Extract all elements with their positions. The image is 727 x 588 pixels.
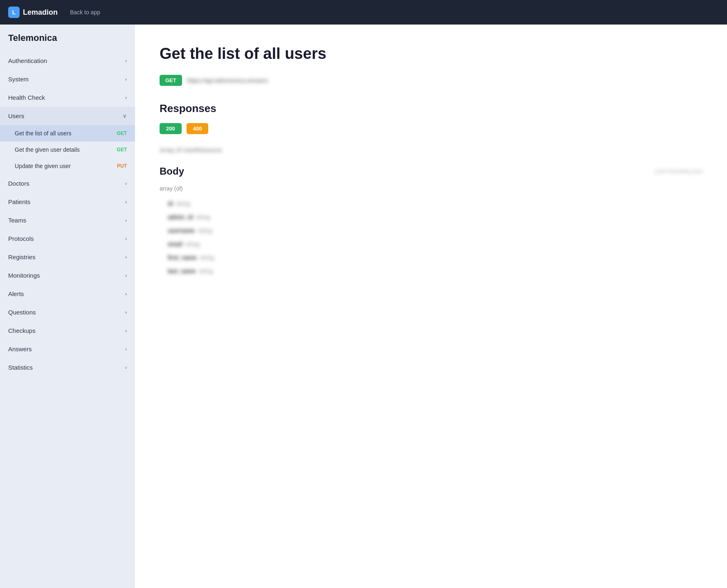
sidebar-item-answers[interactable]: Answers ›: [0, 340, 135, 358]
body-field-id: id string: [160, 198, 702, 209]
sidebar-item-label: Authentication: [8, 57, 47, 64]
sidebar-item-health-check[interactable]: Health Check ›: [0, 88, 135, 107]
body-type-label: array (of): [160, 185, 702, 192]
sub-item-label: Get the given user details: [15, 146, 80, 153]
body-field-email: email string: [160, 238, 702, 250]
brand-icon: L: [8, 7, 20, 18]
sidebar-sub-item-get-all-users[interactable]: Get the list of all users GET: [0, 125, 135, 141]
chevron-right-icon: ›: [125, 180, 127, 186]
method-badge-get: GET: [117, 130, 127, 136]
chevron-right-icon: ›: [125, 346, 127, 352]
sidebar-item-checkups[interactable]: Checkups ›: [0, 321, 135, 340]
response-code-200[interactable]: 200: [160, 123, 182, 134]
chevron-right-icon: ›: [125, 58, 127, 64]
body-field-last-name: last_name string: [160, 265, 702, 277]
sidebar-sub-item-get-user-details[interactable]: Get the given user details GET: [0, 141, 135, 158]
body-fields: id string admin_id string username strin…: [160, 198, 702, 277]
chevron-right-icon: ›: [125, 76, 127, 82]
sidebar-item-teams[interactable]: Teams ›: [0, 211, 135, 229]
sidebar-item-alerts[interactable]: Alerts ›: [0, 285, 135, 303]
chevron-right-icon: ›: [125, 254, 127, 260]
field-type: string: [198, 254, 214, 261]
endpoint-row: GET https://api.telemonica.io/users: [160, 75, 702, 86]
field-type: string: [174, 200, 190, 207]
sub-item-label: Get the list of all users: [15, 130, 72, 137]
sidebar-item-label: Alerts: [8, 290, 24, 297]
method-badge-get: GET: [117, 147, 127, 153]
sidebar-item-label: Answers: [8, 346, 32, 352]
body-field-admin-id: admin_id string: [160, 211, 702, 223]
sidebar-sub-item-update-user[interactable]: Update the given user PUT: [0, 158, 135, 174]
back-link[interactable]: Back to app: [70, 9, 100, 16]
sidebar-item-authentication[interactable]: Authentication ›: [0, 52, 135, 70]
field-type: string: [194, 214, 210, 220]
sidebar-item-label: Monitorings: [8, 272, 40, 279]
chevron-right-icon: ›: [125, 217, 127, 223]
sidebar-item-users[interactable]: Users ∨: [0, 107, 135, 125]
sidebar-item-label: Registries: [8, 254, 36, 260]
sidebar-item-label: Health Check: [8, 94, 45, 101]
sidebar-item-registries[interactable]: Registries ›: [0, 248, 135, 266]
sidebar-item-label: Questions: [8, 309, 36, 316]
field-type: string: [184, 241, 200, 247]
sidebar-item-monitorings[interactable]: Monitorings ›: [0, 266, 135, 285]
sidebar-item-label: Doctors: [8, 180, 29, 187]
sidebar-item-doctors[interactable]: Doctors ›: [0, 174, 135, 193]
body-header: Body COPY/DOWNLOAD: [160, 166, 702, 177]
field-name: id: [168, 200, 173, 207]
field-name: admin_id: [168, 214, 193, 220]
chevron-down-icon: ∨: [123, 113, 127, 119]
responses-row: 200 400: [160, 123, 702, 134]
sidebar-item-label: Statistics: [8, 364, 33, 371]
main-layout: Telemonica Authentication › System › Hea…: [0, 25, 727, 588]
responses-section-title: Responses: [160, 102, 702, 115]
field-name: first_name: [168, 254, 197, 261]
method-badge: GET: [160, 75, 182, 86]
sidebar-item-label: Checkups: [8, 327, 36, 334]
field-type: string: [197, 268, 213, 274]
chevron-right-icon: ›: [125, 94, 127, 101]
sidebar-item-questions[interactable]: Questions ›: [0, 303, 135, 321]
chevron-right-icon: ›: [125, 328, 127, 334]
sidebar-item-patients[interactable]: Patients ›: [0, 193, 135, 211]
sidebar-item-statistics[interactable]: Statistics ›: [0, 358, 135, 377]
chevron-right-icon: ›: [125, 309, 127, 315]
body-field-username: username string: [160, 225, 702, 236]
field-name: last_name: [168, 268, 196, 274]
sidebar: Telemonica Authentication › System › Hea…: [0, 25, 135, 588]
content-area: Get the list of all users GET https://ap…: [135, 25, 727, 588]
brand: L Lemadion: [8, 7, 58, 18]
chevron-right-icon: ›: [125, 291, 127, 297]
sidebar-item-label: Users: [8, 112, 24, 119]
body-section: Body COPY/DOWNLOAD array (of) id string …: [160, 166, 702, 277]
chevron-right-icon: ›: [125, 272, 127, 278]
users-sub-items: Get the list of all users GET Get the gi…: [0, 125, 135, 174]
chevron-right-icon: ›: [125, 364, 127, 370]
sidebar-title: Telemonica: [0, 33, 135, 52]
sidebar-item-label: System: [8, 76, 29, 83]
chevron-right-icon: ›: [125, 199, 127, 205]
sidebar-item-label: Protocols: [8, 235, 34, 242]
response-code-400[interactable]: 400: [187, 123, 209, 134]
field-name: username: [168, 227, 195, 234]
response-description: Array of UserResource: [160, 146, 702, 153]
body-title: Body: [160, 166, 184, 177]
field-name: email: [168, 241, 182, 247]
sub-item-label: Update the given user: [15, 163, 71, 169]
method-badge-put: PUT: [117, 163, 127, 169]
body-field-first-name: first_name string: [160, 252, 702, 263]
sidebar-item-protocols[interactable]: Protocols ›: [0, 229, 135, 248]
sidebar-item-label: Teams: [8, 217, 26, 224]
page-title: Get the list of all users: [160, 45, 702, 63]
brand-name: Lemadion: [23, 8, 58, 17]
chevron-right-icon: ›: [125, 236, 127, 242]
navbar: L Lemadion Back to app: [0, 0, 727, 25]
endpoint-url: https://api.telemonica.io/users: [187, 77, 268, 84]
sidebar-item-system[interactable]: System ›: [0, 70, 135, 88]
body-action[interactable]: COPY/DOWNLOAD: [655, 168, 702, 175]
sidebar-item-label: Patients: [8, 198, 30, 205]
field-type: string: [196, 227, 212, 234]
